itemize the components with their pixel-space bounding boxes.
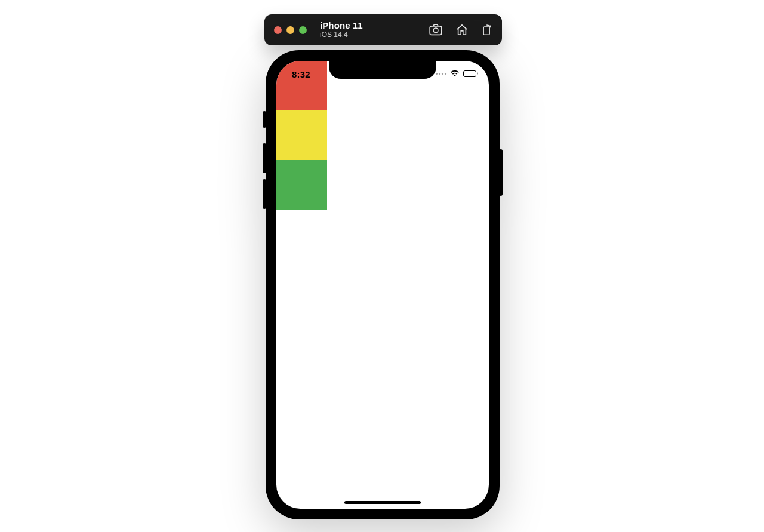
- simulator-device: 8:32: [266, 50, 500, 519]
- color-block-red: [276, 61, 327, 110]
- color-block-green: [276, 160, 327, 210]
- zoom-window-button[interactable]: [299, 26, 307, 34]
- simulator-actions: [429, 24, 492, 36]
- wifi-icon: [450, 70, 460, 77]
- svg-point-1: [433, 28, 438, 33]
- color-block-yellow: [276, 110, 327, 160]
- device-info: iPhone 11 iOS 14.4: [320, 21, 363, 39]
- phone-frame: 8:32: [266, 50, 500, 519]
- window-controls: [274, 26, 307, 34]
- close-window-button[interactable]: [274, 26, 282, 34]
- notch: [329, 61, 436, 79]
- simulator-titlebar: iPhone 11 iOS 14.4: [264, 14, 502, 45]
- minimize-window-button[interactable]: [286, 26, 294, 34]
- app-content: [276, 61, 327, 210]
- side-button-power[interactable]: [499, 149, 503, 196]
- side-button-volume-down[interactable]: [263, 179, 266, 209]
- phone-screen[interactable]: 8:32: [276, 61, 489, 509]
- status-right: [436, 70, 478, 77]
- svg-rect-2: [483, 27, 489, 35]
- device-subtitle: iOS 14.4: [320, 31, 363, 39]
- battery-icon: [463, 70, 478, 77]
- side-button-volume-up[interactable]: [263, 143, 266, 173]
- device-title: iPhone 11: [320, 21, 363, 31]
- cellular-signal-icon: [436, 73, 446, 75]
- rotate-icon[interactable]: [482, 24, 492, 36]
- side-button-silence[interactable]: [263, 111, 266, 128]
- home-indicator[interactable]: [344, 501, 421, 504]
- screenshot-icon[interactable]: [429, 24, 442, 36]
- status-time: 8:32: [292, 69, 310, 79]
- svg-rect-0: [430, 26, 442, 35]
- home-icon[interactable]: [455, 24, 469, 36]
